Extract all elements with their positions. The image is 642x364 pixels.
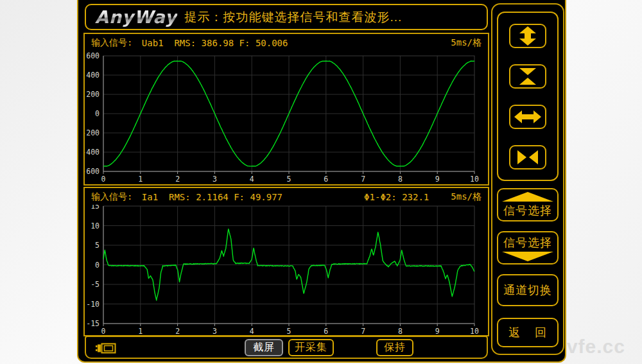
- svg-text:-600: -600: [85, 167, 100, 176]
- battery-icon: [95, 342, 117, 355]
- svg-text:1: 1: [138, 175, 143, 184]
- anyway-logo: AnyWay: [95, 7, 177, 27]
- compress-vertical-icon: [514, 67, 542, 86]
- channel-switch-button[interactable]: 通道切换: [497, 274, 559, 306]
- current-waveform-chart: 012345678910151050-5-10-15: [85, 205, 488, 335]
- function-key-sidebar: 信号选择 信号选择 通道切换 返 回: [491, 3, 564, 355]
- phase-readout: Φ1-Φ2: 232.1: [364, 192, 429, 202]
- svg-text:200: 200: [86, 90, 100, 99]
- svg-text:6: 6: [324, 175, 328, 184]
- freq-value: 50.006: [256, 38, 288, 48]
- svg-text:-10: -10: [86, 300, 100, 309]
- triangle-up-icon: [502, 192, 553, 202]
- current-panel: 输入信号: Ia1 RMS: 2.1164 F: 49.977 Φ1-Φ2: 2…: [83, 187, 489, 336]
- svg-text:7: 7: [361, 327, 365, 335]
- svg-text:10: 10: [470, 175, 479, 184]
- back-label-right: 回: [535, 325, 547, 340]
- rms-value: 2.1164: [196, 192, 229, 202]
- expand-vertical-button[interactable]: [509, 24, 546, 48]
- compress-vertical-button[interactable]: [509, 64, 546, 89]
- start-capture-button[interactable]: 开采集: [288, 339, 334, 356]
- svg-text:0: 0: [101, 327, 106, 335]
- svg-text:-200: -200: [85, 128, 100, 137]
- svg-text:8: 8: [398, 327, 403, 335]
- svg-text:10: 10: [470, 327, 479, 335]
- svg-text:-15: -15: [86, 319, 100, 328]
- current-panel-header: 输入信号: Ia1 RMS: 2.1164 F: 49.977 Φ1-Φ2: 2…: [85, 188, 488, 205]
- analyzer-screen: AnyWay 提示：按功能键选择信号和查看波形... 输入信号: Uab1 RM…: [77, 0, 566, 363]
- svg-text:-5: -5: [91, 280, 100, 289]
- scale-button-group: [497, 12, 559, 181]
- hold-button[interactable]: 保持: [376, 339, 413, 356]
- svg-text:6: 6: [324, 327, 328, 335]
- svg-text:2: 2: [175, 327, 180, 335]
- svg-text:1: 1: [138, 327, 143, 335]
- rms-label: RMS:: [158, 192, 196, 202]
- svg-text:5: 5: [95, 241, 100, 250]
- svg-text:600: 600: [86, 51, 100, 60]
- hold-label: 保持: [384, 341, 406, 354]
- svg-text:0: 0: [95, 109, 100, 118]
- timebase-label: 5ms/格: [451, 191, 482, 203]
- triangle-down-icon: [502, 252, 553, 261]
- svg-text:400: 400: [86, 71, 100, 80]
- signal-name: Ia1: [142, 192, 158, 202]
- svg-text:0: 0: [101, 175, 106, 184]
- signal-select-up-button[interactable]: 信号选择: [497, 188, 559, 221]
- freq-label: F:: [234, 38, 256, 48]
- back-button[interactable]: 返 回: [497, 318, 559, 347]
- freq-label: F:: [229, 192, 250, 202]
- screenshot-label: 截屏: [253, 341, 275, 354]
- compress-horizontal-button[interactable]: [509, 145, 546, 169]
- rms-label: RMS:: [164, 38, 202, 48]
- signal-select-down-label: 信号选择: [503, 235, 552, 250]
- freq-value: 49.977: [250, 192, 282, 202]
- expand-horizontal-button[interactable]: [509, 105, 546, 129]
- svg-text:9: 9: [435, 175, 440, 184]
- voltage-panel-header: 输入信号: Uab1 RMS: 386.98 F: 50.006 5ms/格: [85, 34, 488, 51]
- signal-select-down-button[interactable]: 信号选择: [497, 231, 559, 264]
- svg-text:15: 15: [91, 205, 100, 211]
- voltage-waveform-chart: 0123456789106004002000-200-400-600: [85, 51, 488, 184]
- title-bar: AnyWay 提示：按功能键选择信号和查看波形...: [85, 4, 488, 30]
- svg-text:5: 5: [287, 175, 291, 184]
- signal-select-up-label: 信号选择: [503, 203, 552, 218]
- svg-text:5: 5: [287, 327, 291, 335]
- svg-text:3: 3: [213, 175, 217, 184]
- svg-text:8: 8: [398, 175, 403, 184]
- hint-text: 提示：按功能键选择信号和查看波形...: [185, 9, 403, 26]
- svg-text:7: 7: [361, 175, 365, 184]
- back-label-left: 返: [508, 325, 521, 340]
- svg-text:2: 2: [175, 175, 180, 184]
- svg-text:3: 3: [213, 327, 217, 335]
- compress-horizontal-icon: [514, 148, 542, 167]
- signal-name: Uab1: [142, 38, 164, 48]
- screenshot-button[interactable]: 截屏: [245, 339, 283, 356]
- signal-label: 输入信号:: [91, 37, 138, 49]
- svg-text:9: 9: [435, 327, 440, 335]
- vfe-watermark: vfe.cc: [567, 336, 625, 358]
- svg-text:4: 4: [250, 327, 254, 335]
- timebase-label: 5ms/格: [451, 37, 482, 49]
- bottom-bar: 截屏 开采集 保持: [85, 336, 488, 359]
- voltage-panel: 输入信号: Uab1 RMS: 386.98 F: 50.006 5ms/格 0…: [83, 33, 489, 186]
- svg-text:0: 0: [95, 261, 100, 270]
- signal-label: 输入信号:: [91, 191, 138, 203]
- rms-value: 386.98: [202, 38, 234, 48]
- expand-horizontal-icon: [514, 107, 542, 126]
- svg-text:-400: -400: [85, 148, 100, 157]
- expand-vertical-icon: [514, 26, 542, 46]
- svg-text:4: 4: [250, 175, 254, 184]
- svg-text:10: 10: [91, 221, 100, 230]
- start-capture-label: 开采集: [295, 341, 327, 354]
- channel-switch-label: 通道切换: [503, 282, 552, 298]
